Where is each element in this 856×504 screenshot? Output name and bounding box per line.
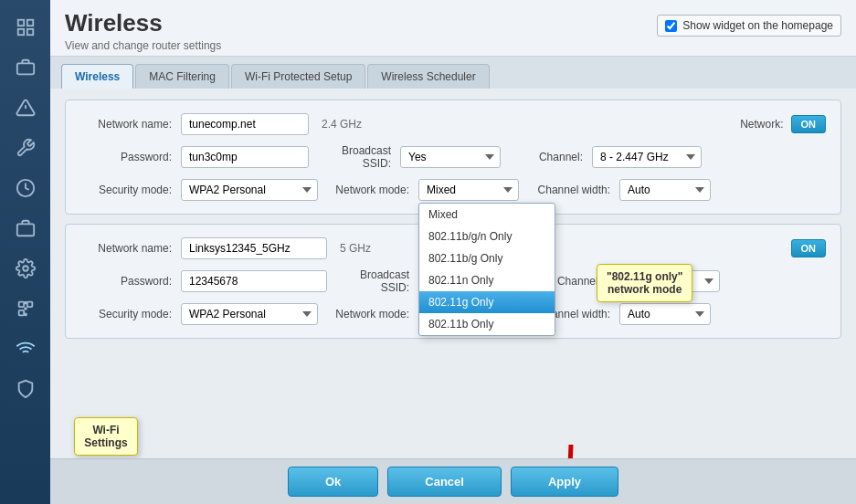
wifi-tooltip-text: Wi-FiSettings bbox=[84, 424, 127, 449]
network-mode-dropdown-24: Mixed 802.11b/g/n Only 802.11b/g Only 80… bbox=[418, 203, 555, 336]
security-mode-label-5: Security mode: bbox=[80, 308, 172, 320]
tooltip-wifi-settings: Wi-FiSettings bbox=[74, 417, 138, 456]
svg-point-11 bbox=[25, 302, 26, 304]
sidebar bbox=[0, 0, 50, 504]
row-password-24: Password: BroadcastSSID: YesNo Channel: … bbox=[80, 144, 826, 170]
channel-width-select-5[interactable]: Auto bbox=[619, 303, 711, 325]
red-arrow-indicator bbox=[480, 436, 662, 458]
tab-wireless-scheduler[interactable]: Wireless Scheduler bbox=[367, 64, 489, 89]
password-input-5[interactable] bbox=[181, 270, 327, 292]
network-mode-select-24[interactable]: Mixed bbox=[418, 179, 519, 201]
password-label-5: Password: bbox=[80, 275, 172, 288]
dropdown-item-bgonly[interactable]: 802.11b/g Only bbox=[419, 247, 555, 269]
footer: Ok Cancel Apply bbox=[50, 458, 856, 504]
tooltip-network-mode: "802.11g only"network mode bbox=[597, 264, 692, 302]
security-mode-select-24[interactable]: WPA2 Personal bbox=[181, 179, 318, 201]
channel-width-select-24[interactable]: Auto bbox=[619, 179, 711, 201]
sidebar-item-wifi[interactable] bbox=[5, 331, 46, 367]
header: Wireless View and change router settings… bbox=[50, 0, 856, 57]
network-mode-wrapper-24: Mixed Mixed 802.11b/g/n Only 802.11b/g O… bbox=[418, 179, 519, 201]
toggle-on-24[interactable]: ON bbox=[791, 115, 827, 133]
tab-wifi-protected-setup[interactable]: Wi-Fi Protected Setup bbox=[231, 64, 365, 89]
sidebar-item-tools[interactable] bbox=[5, 130, 46, 166]
sidebar-item-warning[interactable] bbox=[5, 89, 46, 126]
sidebar-item-settings[interactable] bbox=[5, 250, 46, 287]
dropdown-item-mixed[interactable]: Mixed bbox=[419, 204, 555, 226]
svg-rect-0 bbox=[17, 20, 23, 26]
network-mode-label-5: Network mode: bbox=[327, 308, 409, 320]
sidebar-item-update[interactable] bbox=[5, 290, 46, 327]
apply-button[interactable]: Apply bbox=[511, 467, 618, 497]
svg-rect-4 bbox=[16, 63, 33, 74]
password-input-24[interactable] bbox=[181, 146, 309, 168]
svg-rect-14 bbox=[26, 302, 32, 308]
svg-rect-2 bbox=[17, 29, 23, 35]
svg-rect-8 bbox=[16, 224, 33, 236]
svg-point-12 bbox=[25, 314, 26, 316]
broadcast-label-5: BroadcastSSID: bbox=[336, 268, 409, 294]
svg-point-10 bbox=[25, 308, 26, 310]
sidebar-item-shield[interactable] bbox=[5, 371, 46, 407]
svg-rect-3 bbox=[26, 29, 32, 35]
tabs-bar: Wireless MAC Filtering Wi-Fi Protected S… bbox=[50, 57, 856, 89]
tooltip-text: "802.11g only"network mode bbox=[607, 270, 682, 296]
dropdown-item-nonly[interactable]: 802.11n Only bbox=[419, 269, 555, 291]
row-security-24: Security mode: WPA2 Personal Network mod… bbox=[80, 179, 826, 201]
page-subtitle: View and change router settings bbox=[65, 39, 221, 52]
channel-width-label-24: Channel width: bbox=[528, 184, 610, 196]
sidebar-item-clock[interactable] bbox=[5, 170, 46, 206]
dropdown-item-gonly[interactable]: 802.11g Only bbox=[419, 291, 555, 313]
content-area: Network name: 2.4 GHz Network: ON Passwo… bbox=[50, 89, 856, 458]
freq-label-5: 5 GHz bbox=[340, 242, 371, 255]
network-name-input-24[interactable] bbox=[181, 113, 309, 135]
network-toggle-24: Network: ON bbox=[740, 115, 826, 133]
svg-rect-1 bbox=[26, 20, 32, 26]
show-widget-checkbox[interactable] bbox=[665, 20, 677, 32]
tab-mac-filtering[interactable]: MAC Filtering bbox=[135, 64, 229, 89]
cancel-button[interactable]: Cancel bbox=[387, 467, 502, 497]
header-left: Wireless View and change router settings bbox=[65, 9, 221, 52]
page-title: Wireless bbox=[65, 9, 221, 37]
sidebar-item-dashboard[interactable] bbox=[5, 9, 46, 46]
freq-label-24: 2.4 GHz bbox=[322, 118, 362, 131]
svg-rect-15 bbox=[18, 310, 24, 316]
svg-point-9 bbox=[23, 266, 28, 271]
section-24ghz: Network name: 2.4 GHz Network: ON Passwo… bbox=[65, 100, 841, 215]
channel-select-24[interactable]: 8 - 2.447 GHz bbox=[592, 146, 702, 168]
dropdown-item-bonly[interactable]: 802.11b Only bbox=[419, 313, 555, 335]
sidebar-item-devices[interactable] bbox=[5, 49, 46, 86]
network-mode-label-24: Network mode: bbox=[327, 184, 409, 196]
dropdown-item-bgnonly[interactable]: 802.11b/g/n Only bbox=[419, 226, 555, 247]
ok-button[interactable]: Ok bbox=[288, 467, 378, 497]
password-label-24: Password: bbox=[80, 151, 172, 163]
security-mode-select-5[interactable]: WPA2 Personal bbox=[181, 303, 318, 325]
tab-wireless[interactable]: Wireless bbox=[61, 64, 133, 89]
toggle-on-5[interactable]: ON bbox=[791, 239, 827, 257]
broadcast-select-24[interactable]: YesNo bbox=[400, 146, 501, 168]
svg-rect-13 bbox=[18, 302, 24, 308]
broadcast-label-24: BroadcastSSID: bbox=[318, 144, 391, 170]
network-name-label-24: Network name: bbox=[80, 118, 172, 131]
network-name-input-5[interactable] bbox=[181, 237, 327, 259]
security-mode-label-24: Security mode: bbox=[80, 184, 172, 196]
main-content: Wireless View and change router settings… bbox=[50, 0, 856, 504]
network-toggle-5: ON bbox=[791, 239, 827, 257]
show-widget-label[interactable]: Show widget on the homepage bbox=[682, 19, 833, 32]
network-name-label-5: Network name: bbox=[80, 242, 172, 255]
row-network-name-24: Network name: 2.4 GHz Network: ON bbox=[80, 113, 826, 135]
sidebar-item-briefcase[interactable] bbox=[5, 210, 46, 247]
show-widget-container: Show widget on the homepage bbox=[657, 15, 841, 37]
channel-label-24: Channel: bbox=[528, 151, 583, 163]
network-label-24: Network: bbox=[740, 118, 783, 131]
